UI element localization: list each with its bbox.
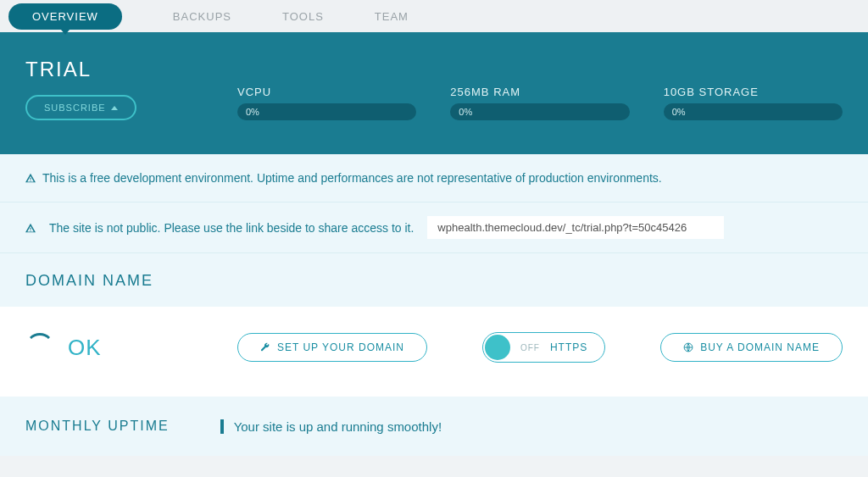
subscribe-label: SUBSCRIBE (44, 103, 106, 113)
subscribe-button[interactable]: SUBSCRIBE (25, 95, 136, 120)
hero-panel: TRIAL SUBSCRIBE VCPU 0% 256MB RAM 0% 10G… (0, 32, 868, 154)
tab-backups[interactable]: BACKUPS (173, 10, 231, 23)
setup-domain-button[interactable]: SET UP YOUR DOMAIN (237, 333, 427, 362)
warning-icon (25, 223, 36, 233)
top-tabs: OVERVIEW BACKUPS TOOLS TEAM (0, 0, 868, 32)
warning-icon (25, 173, 36, 183)
alert-not-public: The site is not public. Please use the l… (0, 202, 868, 253)
tab-overview[interactable]: OVERVIEW (8, 3, 122, 30)
metric-vcpu: VCPU 0% (237, 86, 416, 120)
spinner-icon (25, 333, 54, 362)
plan-title: TRIAL (25, 58, 237, 81)
uptime-section: MONTHLY UPTIME Your site is up and runni… (0, 397, 868, 456)
buy-domain-button[interactable]: BUY A DOMAIN NAME (660, 333, 843, 362)
setup-domain-label: SET UP YOUR DOMAIN (277, 341, 404, 353)
metric-ram: 256MB RAM 0% (450, 86, 629, 120)
metric-storage: 10GB STORAGE 0% (664, 86, 843, 120)
tab-team[interactable]: TEAM (375, 10, 409, 23)
wrench-icon (260, 342, 270, 352)
toggle-knob (485, 335, 510, 360)
buy-domain-label: BUY A DOMAIN NAME (700, 341, 820, 353)
metric-vcpu-label: VCPU (237, 86, 416, 98)
tab-tools[interactable]: TOOLS (282, 10, 324, 23)
domain-panel: OK SET UP YOUR DOMAIN OFF HTTPS BUY A DO… (0, 307, 868, 397)
toggle-state: OFF (520, 343, 540, 352)
metric-vcpu-bar: 0% (237, 103, 416, 120)
metric-storage-bar: 0% (664, 103, 843, 120)
uptime-title: MONTHLY UPTIME (25, 419, 170, 434)
https-toggle[interactable]: OFF HTTPS (482, 332, 605, 363)
alert-dev-environment: This is a free development environment. … (0, 154, 868, 202)
chevron-up-icon (111, 106, 118, 110)
metric-ram-label: 256MB RAM (450, 86, 629, 98)
uptime-message: Your site is up and running smoothly! (220, 419, 442, 434)
globe-icon (683, 342, 693, 352)
domain-status: OK (68, 335, 102, 361)
alert-not-public-text: The site is not public. Please use the l… (49, 221, 414, 235)
domain-section-title: DOMAIN NAME (0, 253, 868, 307)
metric-storage-label: 10GB STORAGE (664, 86, 843, 98)
toggle-label: HTTPS (550, 341, 587, 353)
alert-dev-text: This is a free development environment. … (42, 171, 662, 185)
metric-ram-bar: 0% (450, 103, 629, 120)
share-url-input[interactable] (427, 216, 724, 239)
